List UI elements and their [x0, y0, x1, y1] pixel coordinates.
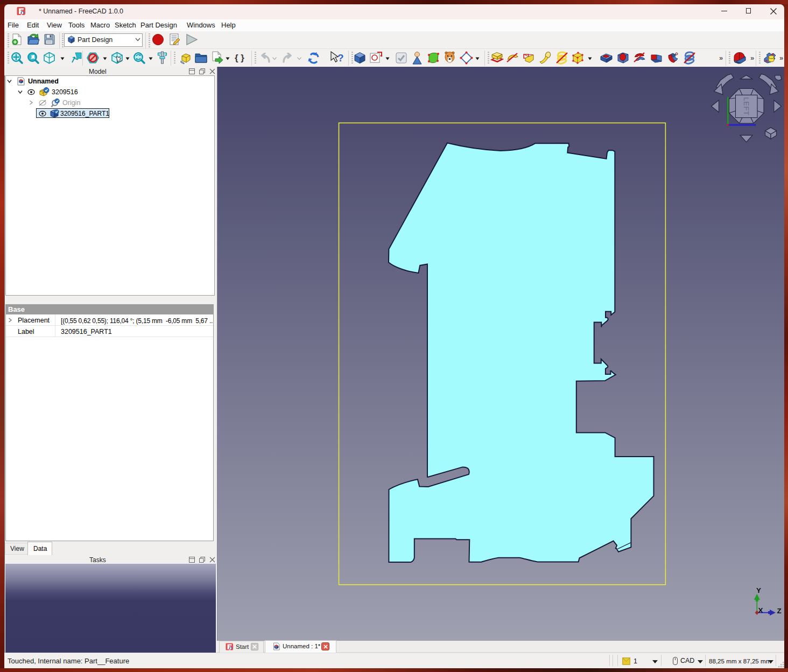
svg-text:X: X	[758, 606, 763, 614]
svg-text:Z: Z	[777, 607, 782, 615]
svg-text:LEFT: LEFT	[742, 97, 750, 116]
svg-text:Y: Y	[756, 586, 761, 594]
svg-text:?: ?	[337, 52, 344, 64]
